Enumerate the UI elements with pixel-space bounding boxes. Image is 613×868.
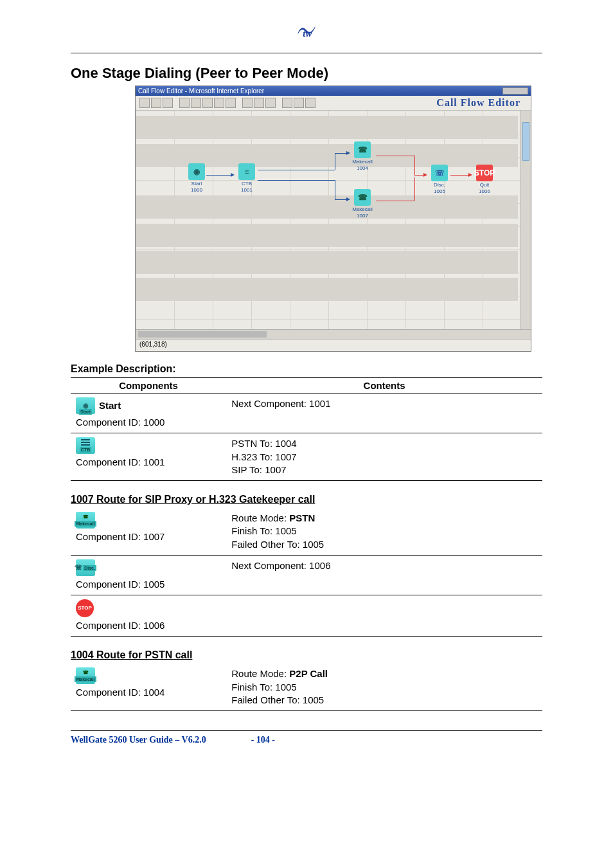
toolbar-button[interactable] — [191, 98, 201, 108]
window-controls[interactable] — [502, 87, 528, 95]
content-line: H.323 To: 1007 — [231, 451, 537, 464]
th-components: Components — [71, 378, 226, 393]
toolbar-button[interactable] — [254, 98, 264, 108]
node-makecall-1007[interactable]: ☎ Makecall 1007 — [351, 189, 373, 219]
status-coordinates: (601,318) — [139, 341, 167, 348]
component-id: Component ID: 1000 — [76, 416, 221, 429]
window-titlebar: Call Flow Editor - Microsoft Internet Ex… — [136, 86, 531, 96]
content-line: Failed Other To: 1005 — [231, 538, 537, 551]
node-label: Makecall — [352, 206, 373, 212]
toolbar-button[interactable] — [214, 98, 224, 108]
component-id: Component ID: 1006 — [76, 619, 221, 632]
content-line: SIP To: 1007 — [231, 464, 537, 476]
node-quit[interactable]: STOP Quit 1006 — [474, 165, 495, 194]
components-table: Components Contents Start Start Componen… — [71, 377, 542, 481]
toolbar-button[interactable] — [282, 98, 292, 108]
callflow-screenshot: Call Flow Editor - Microsoft Internet Ex… — [135, 86, 531, 352]
toolbar-button[interactable] — [179, 98, 190, 108]
page-footer: WellGate 5260 User Guide – V6.2.0 - 104 … — [0, 735, 613, 753]
content-line: Finish To: 1005 — [231, 681, 537, 694]
node-id: 1006 — [479, 188, 490, 194]
route-pstn-heading: 1004 Route for PSTN call — [71, 649, 542, 661]
arrowhead-icon — [346, 151, 350, 155]
arrow — [335, 153, 348, 154]
content-line: Finish To: 1005 — [231, 525, 537, 538]
component-contents — [226, 595, 542, 637]
route-sip-table: ☎Makecall Component ID: 1007 Route Mode:… — [71, 508, 542, 637]
node-start[interactable]: ◉ Start 1000 — [186, 163, 208, 193]
toolbar-button[interactable] — [305, 98, 315, 108]
route-mode-value: PSTN — [289, 512, 315, 523]
arrow — [206, 175, 232, 176]
component-id: Component ID: 1007 — [76, 530, 221, 543]
node-makecall-1004[interactable]: ☎ Makecall 1004 — [351, 141, 373, 171]
vertical-scrollbar[interactable] — [520, 111, 531, 329]
route-pstn-table: ☎Makecall Component ID: 1004 Route Mode:… — [71, 664, 542, 711]
node-id: 1005 — [434, 188, 445, 194]
node-label: Makecall — [352, 159, 373, 165]
logo-icon: tw — [294, 19, 319, 44]
node-id: 1000 — [191, 187, 202, 193]
toolbar-button[interactable] — [139, 98, 150, 108]
editor-canvas[interactable]: ◉ Start 1000 ≡ CTB 1001 ☎ Makecall 1004 … — [136, 111, 531, 329]
header-rule — [71, 53, 542, 53]
footer-rule — [71, 730, 542, 731]
table-row: CTB Component ID: 1001 PSTN To: 1004 H.3… — [71, 433, 542, 481]
arrowhead-icon — [468, 173, 472, 177]
component-id: Component ID: 1001 — [76, 456, 221, 469]
node-ctb[interactable]: ≡ CTB 1001 — [236, 163, 258, 193]
arrow — [450, 175, 470, 176]
arrow — [258, 180, 335, 181]
node-disc[interactable]: ☏ Disc. 1005 — [429, 165, 450, 194]
makecall-icon: ☎Makecall — [76, 667, 95, 684]
quit-icon: STOP — [76, 599, 94, 617]
header-logo: tw — [0, 19, 613, 46]
component-contents: Route Mode: P2P Call Finish To: 1005 Fai… — [226, 664, 542, 710]
node-label: Disc. — [434, 182, 445, 188]
footer-product: WellGate 5260 User Guide – V6.2.0 — [71, 735, 206, 745]
example-heading: Example Description: — [71, 363, 542, 375]
component-id: Component ID: 1005 — [76, 578, 221, 591]
start-icon: Start — [76, 397, 95, 414]
component-contents: Next Component: 1006 — [226, 555, 542, 595]
node-id: 1004 — [357, 165, 368, 171]
toolbar-button[interactable] — [226, 98, 236, 108]
component-name: Start — [99, 399, 121, 412]
node-label: CTB — [242, 181, 252, 186]
arrow — [414, 156, 415, 175]
route-mode-value: P2P Call — [289, 668, 328, 679]
content-line: Failed Other To: 1005 — [231, 694, 537, 707]
footer-page: - 104 - — [251, 735, 275, 745]
toolbar-button[interactable] — [202, 98, 213, 108]
arrowhead-icon — [346, 197, 350, 201]
editor-banner: Call Flow Editor — [436, 97, 527, 109]
section-title: One Stage Dialing (Peer to Peer Mode) — [71, 65, 542, 82]
toolbar-button[interactable] — [163, 98, 173, 108]
arrow — [376, 201, 414, 201]
toolbar-button[interactable] — [265, 98, 276, 108]
node-id: 1001 — [241, 187, 253, 193]
makecall-icon: ☎Makecall — [76, 512, 95, 529]
node-id: 1007 — [357, 213, 368, 219]
toolbar: Call Flow Editor — [136, 96, 531, 111]
arrow — [335, 153, 335, 170]
toolbar-button[interactable] — [242, 98, 253, 108]
table-row: STOP Component ID: 1006 — [71, 595, 542, 637]
table-row: ☎Makecall Component ID: 1004 Route Mode:… — [71, 664, 542, 710]
node-label: Quit — [480, 182, 490, 188]
horizontal-scrollbar[interactable] — [136, 329, 531, 339]
content-line: PSTN To: 1004 — [231, 437, 537, 450]
th-contents: Contents — [226, 378, 542, 393]
arrow — [414, 177, 415, 201]
route-sip-heading: 1007 Route for SIP Proxy or H.323 Gateke… — [71, 494, 542, 505]
logo-text: tw — [303, 28, 312, 39]
toolbar-button[interactable] — [151, 98, 161, 108]
route-mode-label: Route Mode: — [231, 512, 289, 523]
toolbar-button[interactable] — [294, 98, 304, 108]
arrow — [376, 156, 414, 156]
table-row: ☏Disc. Component ID: 1005 Next Component… — [71, 555, 542, 595]
component-contents: PSTN To: 1004 H.323 To: 1007 SIP To: 100… — [226, 433, 542, 481]
node-label: Start — [191, 181, 202, 186]
ctb-icon: CTB — [76, 437, 95, 454]
status-bar: (601,318) — [136, 339, 531, 351]
